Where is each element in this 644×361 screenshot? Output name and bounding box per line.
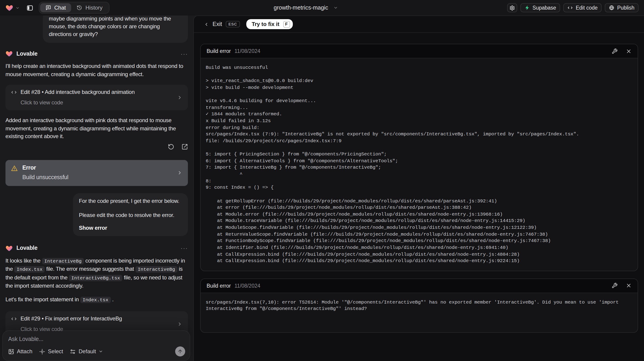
- sidebar-toggle-button[interactable]: [26, 4, 33, 11]
- chevron-down-icon: [334, 5, 338, 10]
- preview-toolbar: Exit ESC Try to fix it F: [194, 16, 644, 33]
- topbar-actions: Supabase Edit code Publish: [507, 3, 638, 12]
- globe-icon: [609, 5, 614, 10]
- wrench-icon[interactable]: [612, 283, 618, 289]
- assistant-name: Lovable: [16, 50, 38, 58]
- project-name: growth-metrics-magic: [274, 4, 328, 11]
- build-log: src/pages/Index.tsx(7,10): error TS2614:…: [201, 293, 638, 332]
- tab-history[interactable]: History: [72, 3, 108, 12]
- tab-history-label: History: [86, 4, 102, 11]
- chevron-down-icon: [99, 349, 103, 354]
- exit-label: Exit: [212, 21, 222, 27]
- chat-panel: maybe diagramming points and when you mo…: [0, 15, 194, 361]
- build-error-date: 11/08/2024: [234, 283, 260, 289]
- chevron-left-icon: [204, 22, 209, 27]
- workspace: maybe diagramming points and when you mo…: [0, 15, 644, 361]
- assistant-header: Lovable ···: [6, 244, 188, 252]
- chevron-right-icon: [177, 170, 182, 175]
- edit-card-title: Edit #29 • Fix import error for Interact…: [20, 315, 122, 323]
- build-error-title: Build error: [206, 48, 231, 54]
- code-brackets-icon: [11, 90, 17, 95]
- publish-button[interactable]: Publish: [605, 3, 638, 12]
- edit-code-button[interactable]: Edit code: [564, 3, 602, 12]
- select-label: Select: [48, 348, 63, 355]
- more-options-button[interactable]: ···: [180, 50, 188, 58]
- panel-left-icon: [26, 4, 33, 11]
- user-message: maybe diagramming points and when you mo…: [43, 15, 188, 43]
- edit-card-title: Edit #28 • Add interactive background an…: [20, 88, 135, 96]
- attach-button[interactable]: Attach: [8, 348, 32, 355]
- exit-button[interactable]: Exit ESC: [204, 21, 240, 27]
- build-error-panel-1: Build error 11/08/2024 Build was unsucce…: [200, 44, 638, 271]
- image-plus-icon: [8, 349, 14, 355]
- lovable-heart-icon: [6, 245, 13, 252]
- attach-label: Attach: [17, 348, 32, 355]
- edit-card-subtitle: Click to view code: [20, 99, 182, 107]
- publish-label: Publish: [617, 5, 634, 10]
- build-log: Build was unsuccessful > vite_react_shad…: [201, 58, 638, 271]
- user-message-text: For the code present, I get the error be…: [79, 197, 182, 205]
- warning-triangle-icon: [11, 165, 18, 172]
- locate-icon: [39, 349, 45, 355]
- close-icon[interactable]: [626, 48, 632, 54]
- chevron-right-icon: [177, 95, 182, 100]
- composer: Ask Lovable... Attach Select: [3, 331, 190, 361]
- assistant-paragraph: Let's fix the import statement in Index.…: [6, 296, 188, 304]
- try-to-fix-button[interactable]: Try to fix it F: [246, 19, 292, 29]
- workspace-menu[interactable]: [6, 4, 20, 12]
- mode-selector[interactable]: Default: [70, 348, 103, 355]
- chat-messages: maybe diagramming points and when you mo…: [0, 15, 194, 361]
- supabase-bolt-icon: [524, 5, 530, 10]
- show-error-link[interactable]: Show error: [79, 224, 182, 232]
- edit-card-28[interactable]: Edit #28 • Add interactive background an…: [6, 85, 188, 110]
- restore-version-icon[interactable]: [168, 143, 174, 150]
- settings-button[interactable]: [507, 3, 517, 12]
- build-error-date: 11/08/2024: [234, 48, 260, 54]
- esc-key-badge: ESC: [226, 21, 240, 27]
- assistant-paragraph: Added an interactive background with pin…: [6, 117, 188, 141]
- error-card-title: Error: [22, 164, 68, 172]
- arrow-up-icon: [178, 349, 183, 354]
- build-error-panel-2: Build error 11/08/2024 src/pages/Index.t…: [200, 279, 638, 333]
- chevron-down-icon: [16, 6, 20, 10]
- error-card-subtitle: Build unsuccessful: [22, 174, 68, 182]
- sliders-icon: [70, 349, 76, 355]
- chat-bubble-icon: [46, 5, 51, 10]
- build-error-header: Build error 11/08/2024: [201, 44, 638, 58]
- tab-chat-label: Chat: [54, 4, 66, 11]
- wrench-icon[interactable]: [612, 48, 618, 54]
- f-key-badge: F: [283, 21, 290, 27]
- history-clock-icon: [77, 5, 82, 10]
- preview-body: Build error 11/08/2024 Build was unsucce…: [194, 33, 644, 333]
- send-button[interactable]: [175, 347, 185, 357]
- gear-icon: [509, 5, 515, 11]
- message-actions: [6, 143, 188, 150]
- build-error-card[interactable]: Error Build unsuccessful: [6, 160, 188, 186]
- assistant-name: Lovable: [16, 244, 38, 252]
- project-selector[interactable]: growth-metrics-magic: [274, 4, 338, 11]
- tab-chat[interactable]: Chat: [40, 3, 72, 12]
- supabase-button[interactable]: Supabase: [520, 3, 560, 12]
- app-window: Chat History growth-metrics-magic: [0, 0, 644, 361]
- more-options-button[interactable]: ···: [180, 244, 188, 252]
- assistant-header: Lovable ···: [6, 50, 188, 58]
- assistant-paragraph: It looks like the InteractiveBg componen…: [6, 257, 188, 290]
- close-icon[interactable]: [626, 283, 632, 289]
- edit-code-label: Edit code: [576, 5, 598, 10]
- code-brackets-icon: [568, 5, 573, 10]
- build-error-title: Build error: [206, 283, 231, 289]
- try-to-fix-label: Try to fix it: [252, 21, 279, 27]
- lovable-heart-icon: [6, 50, 13, 58]
- view-switcher: Chat History: [39, 2, 109, 14]
- code-brackets-icon: [11, 316, 17, 322]
- open-external-icon[interactable]: [182, 143, 188, 150]
- mode-label: Default: [79, 348, 96, 355]
- user-message-text: maybe diagramming points and when you mo…: [49, 15, 171, 38]
- chevron-right-icon: [177, 321, 182, 327]
- supabase-label: Supabase: [532, 5, 556, 10]
- topbar: Chat History growth-metrics-magic: [0, 0, 644, 15]
- chat-input[interactable]: Ask Lovable...: [8, 336, 184, 342]
- preview-panel: Exit ESC Try to fix it F Build error 11/…: [194, 15, 644, 361]
- select-button[interactable]: Select: [39, 348, 63, 355]
- build-error-header: Build error 11/08/2024: [201, 279, 638, 293]
